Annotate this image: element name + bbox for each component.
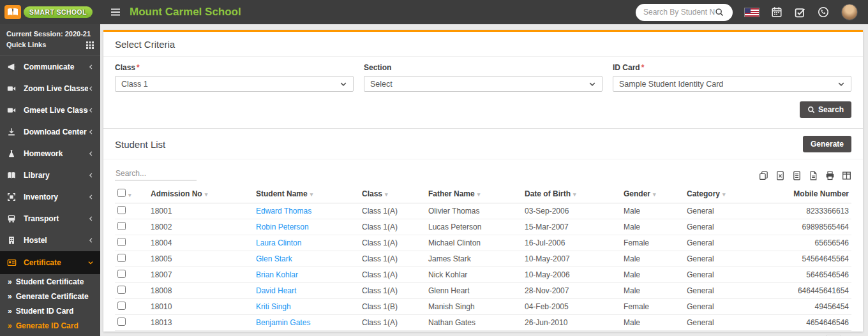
student-name-link[interactable]: Glen Stark bbox=[253, 251, 359, 267]
table-cell: 10-May-2007 bbox=[522, 251, 621, 267]
student-name-link[interactable]: Benjamin Gates bbox=[253, 315, 359, 331]
table-cell: Male bbox=[621, 203, 684, 219]
search-button[interactable]: Search bbox=[800, 101, 851, 118]
sidebar-item-library[interactable]: Library bbox=[0, 164, 100, 186]
language-flag-icon[interactable] bbox=[745, 8, 759, 17]
table-cell: Manish Singh bbox=[426, 299, 522, 315]
columns-icon[interactable] bbox=[842, 171, 851, 180]
column-header-student-name[interactable]: Student Name▾ bbox=[253, 184, 359, 203]
table-cell: Female bbox=[621, 235, 684, 251]
sort-caret-icon[interactable]: ▾ bbox=[128, 192, 131, 198]
chevron-left-icon bbox=[88, 129, 94, 135]
student-name-link[interactable]: Edward Thomas bbox=[253, 203, 359, 219]
logo-book-icon bbox=[4, 5, 21, 19]
table-row: 18004Laura ClintonClass 1(A)Michael Clin… bbox=[115, 235, 851, 251]
sidebar-item-zoom-live-classes[interactable]: Zoom Live Classes bbox=[0, 78, 100, 99]
quick-links-label[interactable]: Quick Links bbox=[6, 40, 46, 50]
table-cell: Class 1(A) bbox=[359, 315, 426, 331]
select-all-checkbox[interactable] bbox=[117, 189, 126, 197]
generate-button[interactable]: Generate bbox=[803, 136, 851, 152]
sidebar-item-communicate[interactable]: Communicate bbox=[0, 56, 100, 78]
column-header-admission-no[interactable]: Admission No▾ bbox=[148, 184, 253, 203]
double-arrow-icon: » bbox=[8, 307, 12, 316]
copy-icon[interactable] bbox=[759, 171, 768, 180]
sidebar-item-label: Library bbox=[24, 171, 88, 180]
sidebar-item-homework[interactable]: Homework bbox=[0, 143, 100, 164]
table-cell: General bbox=[684, 315, 761, 331]
video-icon bbox=[7, 84, 17, 93]
sidebar-subitem-label: Student ID Card bbox=[16, 307, 74, 316]
table-cell: 15-Mar-2007 bbox=[522, 219, 621, 235]
student-name-link[interactable]: Laura Clinton bbox=[253, 235, 359, 251]
table-cell: 54564645564 bbox=[761, 251, 851, 267]
sidebar-item-label: Communicate bbox=[24, 62, 88, 71]
whatsapp-icon[interactable] bbox=[818, 6, 829, 18]
sidebar-item-label: Download Center bbox=[24, 128, 88, 136]
sidebar-item-inventory[interactable]: Inventory bbox=[0, 186, 100, 208]
bus-icon bbox=[7, 214, 17, 223]
table-cell: General bbox=[684, 299, 761, 315]
row-checkbox[interactable] bbox=[117, 254, 126, 262]
brand-label: SMART SCHOOL bbox=[24, 6, 93, 18]
csv-icon[interactable] bbox=[792, 171, 802, 180]
row-checkbox[interactable] bbox=[117, 238, 126, 246]
sidebar-subitem-generate-id-card[interactable]: »Generate ID Card bbox=[0, 318, 100, 333]
student-name-link[interactable]: Robin Peterson bbox=[253, 219, 359, 235]
table-cell: 18004 bbox=[148, 235, 253, 251]
row-checkbox[interactable] bbox=[117, 206, 126, 214]
column-header-gender[interactable]: Gender▾ bbox=[621, 184, 684, 203]
student-search-input[interactable] bbox=[643, 8, 715, 17]
student-name-link[interactable]: Brian Kohlar bbox=[253, 267, 359, 283]
table-cell: Nathan Gates bbox=[426, 315, 522, 331]
pdf-icon[interactable] bbox=[809, 171, 818, 180]
table-row: 18008David HeartClass 1(A)Glenn Heart28-… bbox=[115, 283, 851, 299]
row-checkbox[interactable] bbox=[117, 222, 126, 230]
chevron-left-icon bbox=[88, 150, 94, 157]
column-header-class[interactable]: Class▾ bbox=[359, 184, 426, 203]
table-cell: General bbox=[684, 283, 761, 299]
user-avatar[interactable] bbox=[841, 4, 858, 20]
class-select[interactable]: Class 1 bbox=[115, 76, 354, 92]
sidebar-subitem-student-id-card[interactable]: »Student ID Card bbox=[0, 303, 100, 318]
student-search-box[interactable] bbox=[636, 4, 733, 21]
sidebar-item-download-center[interactable]: Download Center bbox=[0, 121, 100, 143]
sort-caret-icon: ▾ bbox=[310, 191, 313, 198]
row-checkbox[interactable] bbox=[117, 318, 126, 326]
row-checkbox[interactable] bbox=[117, 302, 126, 310]
student-name-link[interactable]: Kriti Singh bbox=[253, 299, 359, 315]
search-icon[interactable] bbox=[715, 8, 724, 17]
select-all-header: ▾ bbox=[115, 184, 148, 203]
section-field-label: Section bbox=[364, 63, 602, 72]
column-header-category[interactable]: Category▾ bbox=[684, 184, 761, 203]
column-header-mobile-number[interactable]: Mobile Number bbox=[761, 184, 851, 203]
student-name-link[interactable]: David Heart bbox=[253, 283, 359, 299]
row-checkbox[interactable] bbox=[117, 286, 126, 294]
section-select[interactable]: Select bbox=[364, 76, 602, 92]
hamburger-menu-icon[interactable] bbox=[110, 8, 121, 17]
table-cell: 18007 bbox=[148, 267, 253, 283]
sidebar-item-certificate[interactable]: Certificate bbox=[0, 251, 100, 274]
sidebar-subitem-label: Generate ID Card bbox=[16, 321, 79, 330]
sidebar-item-hostel[interactable]: Hostel bbox=[0, 230, 100, 251]
grid-icon[interactable] bbox=[86, 41, 94, 49]
sidebar-subitem-student-certificate[interactable]: »Student Certificate bbox=[0, 274, 100, 289]
app-logo[interactable]: SMART SCHOOL bbox=[0, 5, 100, 19]
sidebar-item-transport[interactable]: Transport bbox=[0, 208, 100, 230]
excel-icon[interactable] bbox=[775, 171, 785, 180]
row-checkbox[interactable] bbox=[117, 270, 126, 278]
sort-caret-icon: ▾ bbox=[477, 191, 481, 198]
idcard-select[interactable]: Sample Student Identity Card bbox=[613, 76, 851, 92]
sidebar-subitem-generate-certificate[interactable]: »Generate Certificate bbox=[0, 289, 100, 303]
table-cell: 18005 bbox=[148, 251, 253, 267]
table-row: 18013Benjamin GatesClass 1(A)Nathan Gate… bbox=[115, 315, 851, 331]
column-header-date-of-birth[interactable]: Date of Birth▾ bbox=[522, 184, 621, 203]
column-header-father-name[interactable]: Father Name▾ bbox=[426, 184, 522, 203]
todo-check-icon[interactable] bbox=[795, 7, 805, 18]
table-search-input[interactable] bbox=[115, 167, 197, 180]
table-cell: Glenn Heart bbox=[426, 283, 522, 299]
calendar-icon[interactable] bbox=[771, 6, 782, 18]
sidebar-item-gmeet-live-classes[interactable]: Gmeet Live Classes bbox=[0, 99, 100, 121]
table-cell: 03-Sep-2006 bbox=[522, 203, 621, 219]
print-icon[interactable] bbox=[825, 171, 835, 180]
table-cell: 26-Jun-2010 bbox=[522, 315, 621, 331]
